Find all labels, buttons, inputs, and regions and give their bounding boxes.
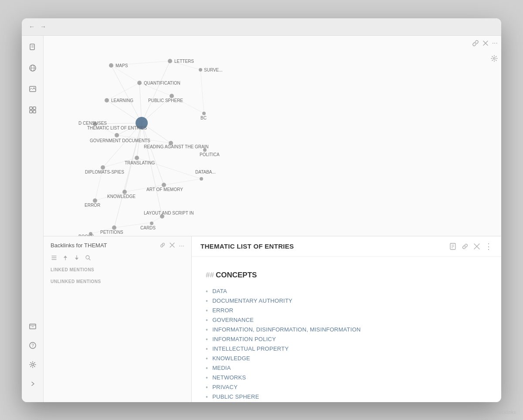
concepts-list-item[interactable]: INFORMATION, DISINFORMATION, MISINFORMAT… [206,325,487,335]
svg-line-40 [164,179,201,185]
node-public-sphere[interactable] [170,94,174,98]
label-knowledge: KNOWLEDGE [107,194,136,199]
label-quantification: QUANTIFICATION [144,81,180,85]
svg-point-7 [33,87,34,89]
label-petitions: PETITIONS [100,230,123,235]
node-petitions[interactable] [112,225,116,230]
node-diplomats[interactable] [101,165,105,170]
linked-mentions-label: LINKED MENTIONS [51,267,184,272]
backlinks-header: Backlinks for THEMAT ··· [51,242,184,249]
doc-toolbar-actions: ⋮ [449,242,492,251]
doc-close-icon[interactable] [473,243,480,250]
node-knowledge[interactable] [122,190,127,194]
concepts-list-item[interactable]: GOVERNANCE [206,315,487,325]
concepts-list-item[interactable]: KNOWLEDGE [206,354,487,363]
sort-down-icon[interactable] [73,254,80,261]
concepts-list-item[interactable]: DOCUMENTARY AUTHORITY [206,296,487,306]
concepts-list-item[interactable]: INFORMATION POLICY [206,335,487,344]
document-content: ##CONCEPTS DATADOCUMENTARY AUTHORITYERRO… [192,257,501,402]
backlinks-link-icon[interactable] [160,242,166,248]
unlinked-mentions-label: UNLINKED MENTIONS [51,279,184,284]
sidebar-bottom: ? [27,320,39,397]
node-error[interactable] [93,198,97,203]
backlinks-close-icon[interactable] [169,242,175,248]
back-button[interactable]: ← [29,23,35,30]
svg-line-33 [142,123,162,216]
label-gov-docs: GOVERNMENT DOCUMENTS [90,138,150,143]
concepts-list: DATADOCUMENTARY AUTHORITYERRORGOVERNANCE… [206,287,487,402]
app-body: ? [22,36,501,402]
title-bar: ← → [22,18,501,36]
more-graph-icon[interactable]: ··· [492,39,498,47]
graph-settings-icon[interactable] [491,55,498,64]
node-bc[interactable] [202,112,206,115]
settings-icon[interactable] [27,359,39,371]
label-translating: TRANSLATING [125,160,155,165]
label-letters: LETTERS [174,59,194,64]
search-backlinks-icon[interactable] [85,254,92,261]
node-gov-docs[interactable] [115,133,119,137]
label-art-memory: ART OF MEMORY [146,187,183,192]
concepts-list-item[interactable]: DATA [206,287,487,296]
label-thematic: THEMATIC LIST OF ENTRIES [87,126,147,130]
bottom-section: Backlinks for THEMAT ··· [44,236,501,402]
label-bc: BC [200,116,207,120]
graph-panel: ··· [44,36,501,236]
close-graph-icon[interactable] [482,40,489,46]
link-icon[interactable] [472,40,479,47]
archive-icon[interactable] [27,320,39,332]
concepts-list-item[interactable]: NETWORKS [206,373,487,382]
doc-more-icon[interactable]: ⋮ [485,242,492,251]
node-learning[interactable] [105,98,109,102]
doc-note-icon[interactable] [449,242,457,250]
label-learning: LEARNING [111,98,133,103]
backlinks-panel: Backlinks for THEMAT ··· [44,236,192,402]
graph-icon[interactable] [27,62,39,74]
svg-line-61 [89,259,91,260]
concepts-list-item[interactable]: MEDIA [206,363,487,373]
node-quantification[interactable] [137,81,142,85]
node-politica[interactable] [203,148,207,152]
doc-link-icon[interactable] [461,242,469,250]
file-icon[interactable] [27,41,39,53]
backlinks-more-icon[interactable]: ··· [179,242,184,249]
list-icon[interactable] [51,254,58,261]
svg-line-24 [107,100,142,123]
node-cards[interactable] [150,222,153,225]
svg-point-60 [86,256,89,259]
node-database[interactable] [200,177,203,181]
concepts-list-item[interactable]: PUBLICITY-PUBLICATION [206,402,487,402]
document-toolbar: THEMATIC LIST OF ENTRIES [192,236,501,257]
label-diplomats: DIPLOMATS-SPIES [85,170,124,174]
grid-icon[interactable] [27,104,39,116]
node-translating[interactable] [135,156,139,160]
svg-line-44 [111,65,139,83]
node-art-memory[interactable] [162,183,166,187]
label-layout: LAYOUT AND SCRIPT IN [144,211,194,215]
graph-toolbar: ··· [472,39,498,47]
svg-point-17 [31,363,34,365]
concepts-heading: ##CONCEPTS [206,271,487,280]
forward-button[interactable]: → [40,23,46,30]
svg-line-22 [142,61,170,123]
svg-rect-11 [33,110,36,113]
concepts-list-item[interactable]: INTELLECTUAL PROPERTY [206,344,487,354]
node-surveys[interactable] [199,68,202,72]
concepts-list-item[interactable]: ERROR [206,306,487,315]
sort-up-icon[interactable] [62,254,69,261]
collapse-icon[interactable] [27,378,39,390]
backlinks-title: Backlinks for THEMAT [51,242,107,249]
node-maps[interactable] [109,63,113,68]
concepts-list-item[interactable]: PRIVACY [206,382,487,392]
concepts-list-item[interactable]: PUBLIC SPHERE [206,392,487,402]
svg-rect-10 [30,110,32,113]
label-error: ERROR [85,203,100,208]
node-letters[interactable] [168,59,172,63]
backlinks-actions: ··· [160,242,184,249]
help-icon[interactable]: ? [27,339,39,352]
image-icon[interactable] [27,83,39,95]
document-panel: THEMATIC LIST OF ENTRIES [192,236,501,402]
label-maps: MAPS [115,63,128,68]
svg-line-21 [111,65,142,123]
document-title: THEMATIC LIST OF ENTRIES [200,242,294,250]
